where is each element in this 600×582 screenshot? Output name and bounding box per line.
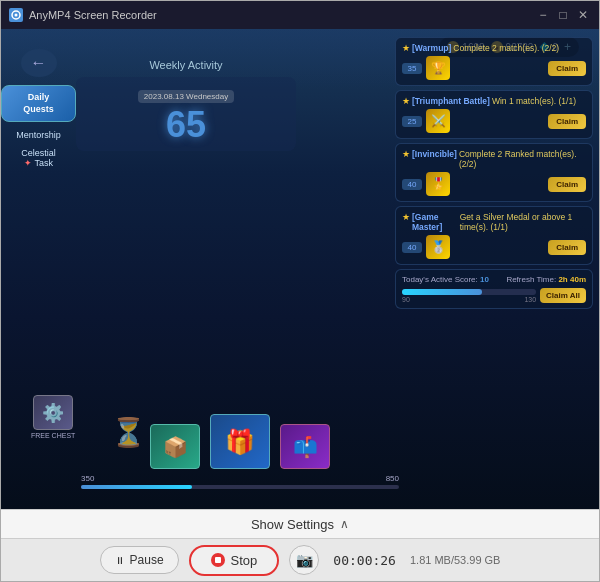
free-chest-icon: ⚙️	[33, 395, 73, 430]
mentorship-item[interactable]: Mentorship	[1, 126, 76, 144]
pause-label: Pause	[130, 553, 164, 567]
quest-desc-2: Win 1 match(es). (1/1)	[492, 96, 576, 106]
claim-button-1[interactable]: Claim	[548, 61, 586, 76]
camera-icon: 📷	[296, 552, 313, 568]
bottom-area: Show Settings ∧ ⏸ Pause Stop 📷 00:00:26 …	[1, 509, 599, 581]
quest-item-triumphant: ★ [Triumphant Battle] Win 1 match(es). (…	[395, 90, 593, 139]
chest-purple: 📫	[280, 424, 330, 469]
close-button[interactable]: ✕	[575, 7, 591, 23]
chevron-up-icon: ∧	[340, 517, 349, 531]
claim-button-3[interactable]: Claim	[548, 177, 586, 192]
quest-body-4: 40 🥈 Claim	[402, 235, 586, 259]
refresh-label: Refresh Time: 2h 40m	[506, 275, 586, 284]
quest-body-2: 25 ⚔️ Claim	[402, 109, 586, 133]
timer-display: 00:00:26	[333, 553, 396, 568]
app-icon	[9, 8, 23, 22]
stop-icon	[211, 553, 225, 567]
chests-area: 📦 🎁 📫	[81, 414, 399, 469]
quest-star-4: ★	[402, 212, 410, 222]
recording-area: 🎫 1698 ● 93732 0 + ← Daily Quests	[1, 29, 599, 509]
weekly-activity-panel: Weekly Activity 2023.08.13 Wednesday 65	[76, 59, 296, 151]
quest-desc-1: Complete 2 match(es). (2/2)	[453, 43, 559, 53]
chest-purple-icon: 📫	[281, 425, 329, 468]
quest-header-triumphant: ★ [Triumphant Battle] Win 1 match(es). (…	[402, 96, 586, 106]
quest-reward-3: 🎖️	[426, 172, 450, 196]
quest-desc-3: Complete 2 Ranked match(es). (2/2)	[459, 149, 586, 169]
quest-item-gamemaster: ★ [Game Master] Get a Silver Medal or ab…	[395, 206, 593, 265]
quest-star-2: ★	[402, 96, 410, 106]
score-header: Today's Active Score: 10 Refresh Time: 2…	[402, 275, 586, 284]
chest-blue: 🎁	[210, 414, 270, 469]
quest-reward-1: 🏆	[426, 56, 450, 80]
game-content: 🎫 1698 ● 93732 0 + ← Daily Quests	[1, 29, 599, 509]
progress-section: 350 850	[81, 474, 399, 489]
minimize-button[interactable]: −	[535, 7, 551, 23]
quest-xp-3: 40	[402, 179, 422, 190]
quest-xp-1: 35	[402, 63, 422, 74]
claim-all-button[interactable]: Claim All	[540, 288, 586, 303]
score-bar-labels: 90 130	[402, 296, 536, 303]
screenshot-button[interactable]: 📷	[289, 545, 319, 575]
score-label: Today's Active Score: 10	[402, 275, 489, 284]
pause-icon: ⏸	[115, 555, 125, 566]
quest-header-invincible: ★ [Invincible] Complete 2 Ranked match(e…	[402, 149, 586, 169]
quest-star-3: ★	[402, 149, 410, 159]
app-title: AnyMP4 Screen Recorder	[29, 9, 157, 21]
date-display: 2023.08.13 Wednesday	[138, 90, 234, 103]
quest-xp-4: 40	[402, 242, 422, 253]
quest-xp-2: 25	[402, 116, 422, 127]
chest-teal: 📦	[150, 424, 200, 469]
free-chest-label: FREE CHEST	[31, 432, 75, 439]
stop-button[interactable]: Stop	[189, 545, 280, 576]
score-body: 90 130 Claim All	[402, 288, 586, 303]
score-value: 10	[480, 275, 489, 284]
claim-button-4[interactable]: Claim	[548, 240, 586, 255]
maximize-button[interactable]: □	[555, 7, 571, 23]
stop-label: Stop	[231, 553, 258, 568]
title-bar-left: AnyMP4 Screen Recorder	[9, 8, 157, 22]
score-bar-end: 130	[524, 296, 536, 303]
quest-desc-4: Get a Silver Medal or above 1 time(s). (…	[460, 212, 586, 232]
chest-teal-icon: 📦	[151, 425, 199, 468]
back-button[interactable]: ←	[21, 49, 57, 77]
left-sidebar: ← Daily Quests Mentorship Celestial ✦ Ta…	[1, 49, 76, 172]
quest-panel: ★ [Warmup] Complete 2 match(es). (2/2) 3…	[389, 29, 599, 509]
app-window: AnyMP4 Screen Recorder − □ ✕ 🎫 1698 ● 93…	[0, 0, 600, 582]
task-label: ✦	[24, 158, 34, 168]
daily-quests-button[interactable]: Daily Quests	[1, 85, 76, 122]
show-settings-label: Show Settings	[251, 517, 334, 532]
quest-body-1: 35 🏆 Claim	[402, 56, 586, 80]
quest-tag-3: [Invincible]	[412, 149, 457, 159]
chest-blue-icon: 🎁	[211, 415, 269, 468]
quest-item-warmup: ★ [Warmup] Complete 2 match(es). (2/2) 3…	[395, 37, 593, 86]
svg-point-1	[15, 14, 18, 17]
title-bar: AnyMP4 Screen Recorder − □ ✕	[1, 1, 599, 29]
quest-tag-2: [Triumphant Battle]	[412, 96, 490, 106]
pause-button[interactable]: ⏸ Pause	[100, 546, 179, 574]
celestial-label: Celestial	[21, 148, 56, 158]
quest-header-gamemaster: ★ [Game Master] Get a Silver Medal or ab…	[402, 212, 586, 232]
file-size-display: 1.81 MB/53.99 GB	[410, 554, 501, 566]
show-settings-button[interactable]: Show Settings ∧	[1, 509, 599, 539]
quest-header-warmup: ★ [Warmup] Complete 2 match(es). (2/2)	[402, 43, 586, 53]
quest-reward-4: 🥈	[426, 235, 450, 259]
progress-bar-fill	[81, 485, 192, 489]
quest-tag-4: [Game Master]	[412, 212, 458, 232]
claim-button-2[interactable]: Claim	[548, 114, 586, 129]
activity-card: 2023.08.13 Wednesday 65	[76, 77, 296, 151]
progress-bar-bg	[81, 485, 399, 489]
free-chest-button[interactable]: ⚙️ FREE CHEST	[31, 395, 75, 439]
progress-labels: 350 850	[81, 474, 399, 483]
activity-number: 65	[84, 107, 288, 143]
active-score-panel: Today's Active Score: 10 Refresh Time: 2…	[395, 269, 593, 309]
score-bar-fill	[402, 289, 482, 295]
celestial-task-item[interactable]: Celestial ✦ Task	[1, 144, 76, 172]
refresh-value: 2h 40m	[558, 275, 586, 284]
progress-start: 350	[81, 474, 94, 483]
quest-body-3: 40 🎖️ Claim	[402, 172, 586, 196]
weekly-title: Weekly Activity	[76, 59, 296, 71]
title-bar-controls: − □ ✕	[535, 7, 591, 23]
task-label2: Task	[34, 158, 53, 168]
score-bar-start: 90	[402, 296, 410, 303]
stop-icon-inner	[215, 557, 221, 563]
